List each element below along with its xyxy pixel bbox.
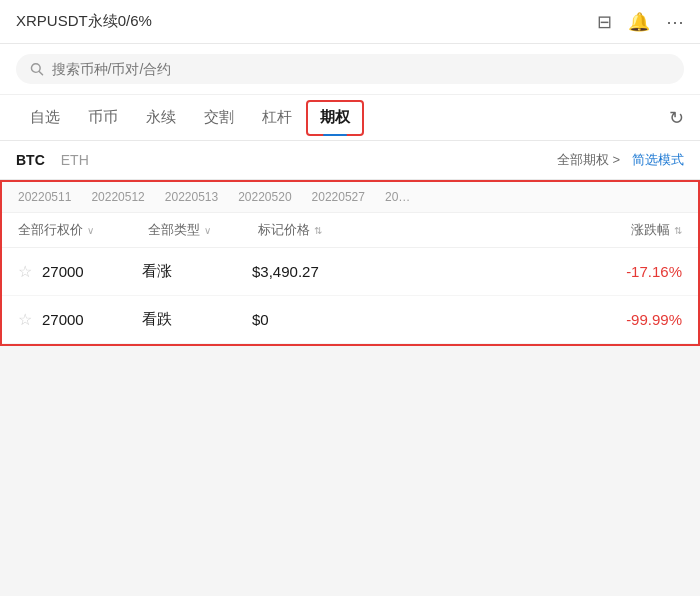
nav-tabs: 自选 币币 永续 交割 杠杆 期权 ↻ xyxy=(0,95,700,141)
table-row[interactable]: ☆ 27000 看跌 $0 -99.99% xyxy=(2,296,698,344)
cell-type: 看跌 xyxy=(142,310,252,329)
date-row: 20220511 20220512 20220513 20220520 2022… xyxy=(2,182,698,213)
search-input[interactable] xyxy=(52,61,670,77)
sub-header-right: 全部期权 > 简选模式 xyxy=(557,151,684,169)
col-strike-header[interactable]: 全部行权价 ∨ xyxy=(18,221,148,239)
all-options-link[interactable]: 全部期权 > xyxy=(557,151,620,169)
col-change-label: 涨跌幅 xyxy=(631,221,670,239)
cell-type: 看涨 xyxy=(142,262,252,281)
top-bar-title: XRPUSDT永续0/6% xyxy=(16,12,597,31)
screen-icon[interactable]: ⊟ xyxy=(597,11,612,33)
cell-strike: 27000 xyxy=(42,263,142,280)
tab-delivery[interactable]: 交割 xyxy=(190,95,248,141)
search-bar xyxy=(0,44,700,95)
refresh-icon[interactable]: ↻ xyxy=(669,107,684,129)
tab-options[interactable]: 期权 xyxy=(306,100,364,136)
search-input-wrap[interactable] xyxy=(16,54,684,84)
top-bar-icons: ⊟ 🔔 ⋯ xyxy=(597,11,684,33)
tab-spot[interactable]: 币币 xyxy=(74,95,132,141)
table-row[interactable]: ☆ 27000 看涨 $3,490.27 -17.16% xyxy=(2,248,698,296)
cell-change: -99.99% xyxy=(592,311,682,328)
date-item[interactable]: 20… xyxy=(385,190,410,204)
col-mark-price-header[interactable]: 标记价格 ⇅ xyxy=(258,221,592,239)
cell-strike: 27000 xyxy=(42,311,142,328)
svg-line-1 xyxy=(39,71,42,74)
chevron-down-icon: ∨ xyxy=(87,225,94,236)
star-icon[interactable]: ☆ xyxy=(18,262,32,281)
date-item[interactable]: 20220527 xyxy=(312,190,365,204)
table-header: 全部行权价 ∨ 全部类型 ∨ 标记价格 ⇅ 涨跌幅 ⇅ xyxy=(2,213,698,248)
chevron-down-icon: ∨ xyxy=(204,225,211,236)
col-type-header[interactable]: 全部类型 ∨ xyxy=(148,221,258,239)
coin-tab-eth[interactable]: ETH xyxy=(61,152,89,168)
tab-watchlist[interactable]: 自选 xyxy=(16,95,74,141)
coin-tab-btc[interactable]: BTC xyxy=(16,152,45,168)
col-type-label: 全部类型 xyxy=(148,221,200,239)
sub-header: BTC ETH 全部期权 > 简选模式 xyxy=(0,141,700,180)
date-item[interactable]: 20220520 xyxy=(238,190,291,204)
star-icon[interactable]: ☆ xyxy=(18,310,32,329)
more-icon[interactable]: ⋯ xyxy=(666,11,684,33)
sort-icon: ⇅ xyxy=(674,225,682,236)
top-bar: XRPUSDT永续0/6% ⊟ 🔔 ⋯ xyxy=(0,0,700,44)
col-strike-label: 全部行权价 xyxy=(18,221,83,239)
tab-margin[interactable]: 杠杆 xyxy=(248,95,306,141)
sort-icon: ⇅ xyxy=(314,225,322,236)
cell-change: -17.16% xyxy=(592,263,682,280)
filter-mode-button[interactable]: 简选模式 xyxy=(632,151,684,169)
cell-mark-price: $0 xyxy=(252,311,592,328)
date-item[interactable]: 20220513 xyxy=(165,190,218,204)
col-mark-price-label: 标记价格 xyxy=(258,221,310,239)
search-icon xyxy=(30,62,44,76)
cell-mark-price: $3,490.27 xyxy=(252,263,592,280)
bell-icon[interactable]: 🔔 xyxy=(628,11,650,33)
date-item[interactable]: 20220512 xyxy=(91,190,144,204)
main-content: 20220511 20220512 20220513 20220520 2022… xyxy=(0,180,700,346)
date-item[interactable]: 20220511 xyxy=(18,190,71,204)
tab-perpetual[interactable]: 永续 xyxy=(132,95,190,141)
col-change-header[interactable]: 涨跌幅 ⇅ xyxy=(592,221,682,239)
